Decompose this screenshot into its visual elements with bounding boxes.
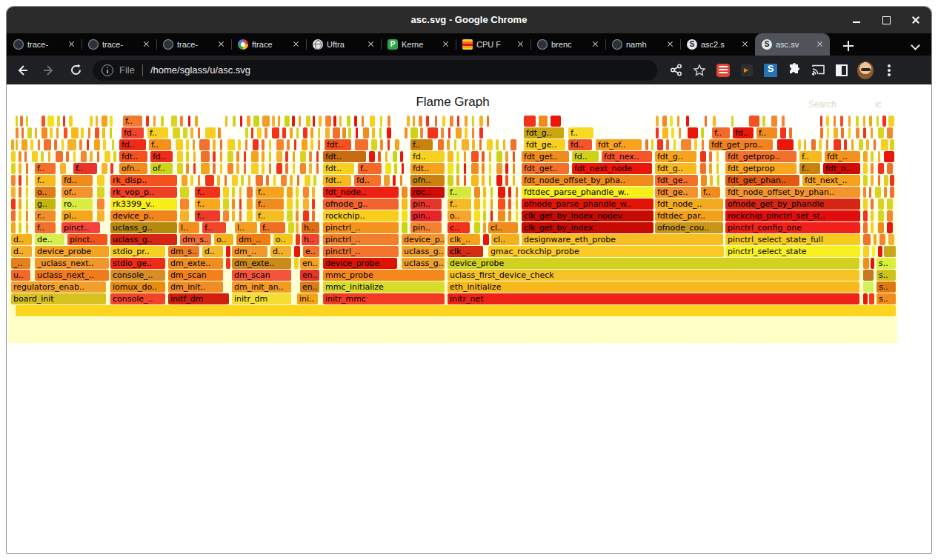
flame-frame-small[interactable] — [316, 163, 319, 174]
flame-frame-small[interactable] — [96, 116, 98, 127]
flame-frame-small[interactable] — [294, 258, 299, 269]
flame-frame-small[interactable] — [820, 116, 822, 127]
flame-frame-small[interactable] — [173, 127, 180, 139]
flame-frame-small[interactable] — [447, 139, 450, 150]
flame-frame[interactable]: clk_.. — [448, 234, 480, 245]
flame-frame-small[interactable] — [294, 246, 300, 257]
flame-frame-small[interactable] — [251, 163, 259, 174]
site-info-icon[interactable] — [102, 64, 113, 76]
flame-frame-small[interactable] — [705, 116, 707, 127]
flame-frame-small[interactable] — [236, 163, 239, 174]
flame-frame[interactable]: fdt_get.. — [522, 151, 569, 162]
flame-frame-small[interactable] — [474, 222, 480, 233]
flame-frame-small[interactable] — [834, 127, 838, 139]
flame-frame-small[interactable] — [679, 127, 681, 139]
flame-frame-small[interactable] — [688, 127, 698, 139]
flame-frame[interactable]: fd.. — [354, 175, 381, 186]
flame-frame-small[interactable] — [496, 139, 499, 150]
flame-frame[interactable]: f.. — [147, 127, 168, 139]
flame-frame[interactable]: rk_disp.. — [110, 175, 177, 186]
flame-frame-small[interactable] — [269, 139, 271, 150]
flame-frame-small[interactable] — [363, 127, 369, 139]
flame-frame-small[interactable] — [394, 163, 397, 174]
flame-frame-small[interactable] — [645, 139, 648, 150]
flame-frame-small[interactable] — [777, 139, 794, 150]
flame-frame-small[interactable] — [240, 116, 242, 127]
flame-frame-small[interactable] — [410, 127, 418, 139]
flame-frame-small[interactable] — [887, 163, 893, 174]
flame-frame-small[interactable] — [871, 163, 874, 174]
flame-frame[interactable]: f.. — [35, 175, 56, 186]
flame-frame-small[interactable] — [195, 116, 198, 127]
flame-frame-small[interactable] — [489, 175, 491, 186]
flame-frame-small[interactable] — [247, 187, 253, 198]
flame-frame-small[interactable] — [871, 127, 873, 139]
flame-frame-small[interactable] — [516, 210, 518, 221]
flame-frame-small[interactable] — [50, 127, 53, 139]
flame-frame-small[interactable] — [780, 127, 786, 139]
flame-frame-small[interactable] — [24, 151, 27, 162]
flame-frame-small[interactable] — [257, 127, 262, 139]
flame-frame-small[interactable] — [66, 151, 69, 162]
flame-frame-small[interactable] — [26, 210, 28, 221]
flame-frame[interactable]: d.. — [270, 246, 291, 257]
flame-frame-small[interactable] — [223, 210, 229, 221]
flame-frame-small[interactable] — [223, 187, 229, 198]
flame-frame[interactable]: en.. — [300, 270, 319, 281]
flame-frame[interactable]: fdt.. — [410, 163, 445, 174]
flame-frame-small[interactable] — [413, 116, 415, 127]
flame-frame-small[interactable] — [253, 139, 259, 150]
flame-frame-small[interactable] — [16, 305, 896, 316]
flame-frame[interactable]: fdt.. — [119, 151, 147, 162]
flame-frame[interactable]: pi.. — [61, 210, 93, 221]
flame-frame-small[interactable] — [67, 139, 76, 150]
tab-close-icon[interactable] — [815, 39, 825, 50]
flame-frame-small[interactable] — [193, 139, 195, 150]
flame-frame-small[interactable] — [384, 175, 390, 186]
flame-frame-small[interactable] — [483, 234, 489, 245]
flame-frame-small[interactable] — [205, 127, 216, 139]
flame-frame-small[interactable] — [402, 187, 408, 198]
flame-frame-small[interactable] — [709, 151, 712, 162]
flame-frame-small[interactable] — [294, 139, 296, 150]
flame-frame-small[interactable] — [355, 139, 368, 150]
flame-frame-small[interactable] — [245, 127, 248, 139]
flame-frame-small[interactable] — [666, 139, 669, 150]
flame-frame-small[interactable] — [402, 199, 408, 210]
flame-frame[interactable]: dm_exte.. — [168, 258, 223, 269]
flame-frame-small[interactable] — [420, 127, 423, 139]
flame-frame-small[interactable] — [713, 116, 716, 127]
flame-frame-small[interactable] — [26, 199, 28, 210]
flame-frame-small[interactable] — [296, 210, 299, 221]
flame-frame-small[interactable] — [474, 199, 480, 210]
flame-frame-small[interactable] — [312, 199, 315, 210]
flame-frame-small[interactable] — [182, 175, 187, 186]
flame-frame-small[interactable] — [56, 127, 59, 139]
flame-frame-small[interactable] — [513, 151, 515, 162]
back-button[interactable] — [11, 59, 33, 81]
flame-frame-small[interactable] — [26, 116, 28, 127]
flame-frame-small[interactable] — [700, 163, 706, 174]
flame-frame-small[interactable] — [877, 116, 879, 127]
flame-frame-small[interactable] — [190, 127, 193, 139]
flame-frame-small[interactable] — [804, 139, 806, 150]
flame-frame[interactable]: clk_get_by_index_nodev — [522, 210, 653, 221]
flame-frame-small[interactable] — [479, 116, 483, 127]
flame-frame-small[interactable] — [26, 222, 28, 233]
flame-frame-small[interactable] — [262, 163, 265, 174]
extension-todoist-icon[interactable] — [715, 62, 731, 79]
flame-frame-small[interactable] — [11, 163, 16, 174]
flame-frame-small[interactable] — [369, 151, 375, 162]
maximize-button[interactable] — [881, 15, 891, 25]
flame-frame-small[interactable] — [41, 127, 47, 139]
flame-frame-small[interactable] — [372, 127, 375, 139]
flame-frame-small[interactable] — [300, 151, 306, 162]
flame-frame-small[interactable] — [248, 175, 250, 186]
flame-frame-small[interactable] — [405, 127, 408, 139]
flame-frame-small[interactable] — [670, 116, 673, 127]
flame-frame-small[interactable] — [251, 127, 253, 139]
flame-frame-small[interactable] — [878, 199, 884, 210]
flame-frame-small[interactable] — [820, 127, 823, 139]
flame-frame-small[interactable] — [479, 127, 483, 139]
flame-frame-small[interactable] — [378, 151, 381, 162]
